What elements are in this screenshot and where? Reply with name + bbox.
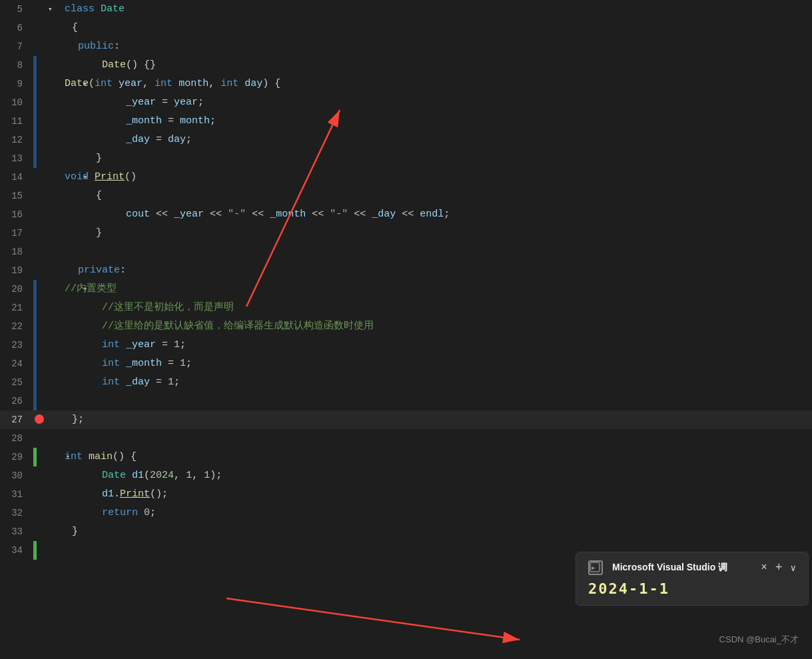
fold-arrow-14[interactable]: ▾: [48, 168, 59, 187]
indicator-15: [33, 187, 45, 205]
code-line-20: 20 ▾ //内置类型: [0, 280, 812, 299]
line-number-25: 25: [0, 373, 33, 392]
fold-arrow-29[interactable]: ▾: [48, 448, 59, 466]
indicator-20: [33, 280, 45, 299]
indicator-34: [33, 541, 45, 560]
line-number-23: 23: [0, 336, 33, 354]
code-28: [45, 429, 812, 448]
indicator-14: [33, 168, 45, 187]
line-number-33: 33: [0, 522, 33, 541]
code-line-25: 25 int _day = 1;: [0, 373, 812, 392]
line-number-19: 19: [0, 261, 33, 280]
code-line-27: 27 };: [0, 410, 812, 429]
code-6: {: [45, 19, 812, 37]
code-line-10: 10 _year = year;: [0, 93, 812, 112]
indicator-21: [33, 299, 45, 317]
popup-close-button[interactable]: ×: [761, 562, 767, 574]
indicator-11: [33, 112, 45, 131]
popup-chevron-button[interactable]: ∨: [791, 562, 796, 574]
code-line-23: 23 int _year = 1;: [0, 336, 812, 354]
line-number-30: 30: [0, 466, 33, 485]
code-5: ▾ class Date: [45, 0, 812, 19]
code-line-19: 19 private:: [0, 261, 812, 280]
code-26: [45, 392, 812, 410]
popup-plus-button[interactable]: +: [775, 561, 783, 574]
code-30: Date d1(2024, 1, 1);: [45, 466, 812, 485]
code-17: }: [45, 224, 812, 243]
code-12: _day = day;: [45, 131, 812, 149]
indicator-22: [33, 317, 45, 336]
code-19: private:: [45, 261, 812, 280]
fold-arrow-20[interactable]: ▾: [48, 280, 59, 299]
code-16: cout << _year << "-" << _month << "-" <<…: [45, 205, 812, 224]
indicator-7: [33, 37, 45, 56]
code-line-14: 14 ▾ void Print(): [0, 168, 812, 187]
debug-popup: ▶ Microsoft Visual Studio 调 × + ∨ 2024-1…: [576, 552, 809, 606]
line-number-27: 27: [0, 410, 33, 429]
line-number-10: 10: [0, 93, 33, 112]
code-line-8: 8 Date() {}: [0, 56, 812, 75]
code-line-7: 7 public:: [0, 37, 812, 56]
line-number-15: 15: [0, 187, 33, 205]
line-number-26: 26: [0, 392, 33, 410]
fold-arrow-5[interactable]: ▾: [48, 0, 59, 19]
line-number-18: 18: [0, 243, 33, 261]
code-9: ▾ Date(int year, int month, int day) {: [45, 75, 812, 93]
line-number-20: 20: [0, 280, 33, 299]
code-24: int _month = 1;: [45, 354, 812, 373]
code-29: ▾ int main() {: [45, 448, 812, 466]
code-32: return 0;: [45, 504, 812, 522]
code-22: //这里给的是默认缺省值，给编译器生成默认构造函数时使用: [45, 317, 812, 336]
indicator-16: [33, 205, 45, 224]
code-line-12: 12 _day = day;: [0, 131, 812, 149]
popup-result: 2024-1-1: [588, 580, 796, 597]
line-number-13: 13: [0, 149, 33, 168]
popup-controls: × + ∨: [761, 561, 796, 574]
indicator-27: [33, 410, 45, 429]
csdn-watermark: CSDN @Bucai_不才: [719, 634, 799, 646]
line-number-22: 22: [0, 317, 33, 336]
code-line-5: 5 ▾ class Date: [0, 0, 812, 19]
breakpoint-27: [35, 414, 44, 424]
line-number-14: 14: [0, 168, 33, 187]
svg-text:▶: ▶: [592, 564, 596, 571]
indicator-19: [33, 261, 45, 280]
code-33: }: [45, 522, 812, 541]
indicator-9: [33, 75, 45, 93]
line-number-5: 5: [0, 0, 33, 19]
code-line-6: 6 {: [0, 19, 812, 37]
line-number-16: 16: [0, 205, 33, 224]
line-number-21: 21: [0, 299, 33, 317]
line-number-29: 29: [0, 448, 33, 466]
indicator-32: [33, 504, 45, 522]
indicator-25: [33, 373, 45, 392]
fold-arrow-9[interactable]: ▾: [48, 75, 59, 93]
code-14: ▾ void Print(): [45, 168, 812, 187]
line-number-32: 32: [0, 504, 33, 522]
code-7: public:: [45, 37, 812, 56]
line-number-9: 9: [0, 75, 33, 93]
indicator-30: [33, 466, 45, 485]
code-line-30: 30 Date d1(2024, 1, 1);: [0, 466, 812, 485]
code-20: ▾ //内置类型: [45, 280, 812, 299]
indicator-6: [33, 19, 45, 37]
line-number-6: 6: [0, 19, 33, 37]
code-line-13: 13 }: [0, 149, 812, 168]
popup-header: ▶ Microsoft Visual Studio 调 × + ∨: [588, 560, 796, 575]
code-11: _month = month;: [45, 112, 812, 131]
code-line-15: 15 {: [0, 187, 812, 205]
code-line-24: 24 int _month = 1;: [0, 354, 812, 373]
popup-title: Microsoft Visual Studio 调: [612, 562, 727, 574]
line-number-12: 12: [0, 131, 33, 149]
indicator-28: [33, 429, 45, 448]
code-line-31: 31 d1.Print();: [0, 485, 812, 504]
line-number-17: 17: [0, 224, 33, 243]
code-13: }: [45, 149, 812, 168]
code-18: [45, 243, 812, 261]
code-line-16: 16 cout << _year << "-" << _month << "-"…: [0, 205, 812, 224]
line-number-31: 31: [0, 485, 33, 504]
code-line-32: 32 return 0;: [0, 504, 812, 522]
code-line-11: 11 _month = month;: [0, 112, 812, 131]
line-number-34: 34: [0, 541, 33, 560]
indicator-31: [33, 485, 45, 504]
